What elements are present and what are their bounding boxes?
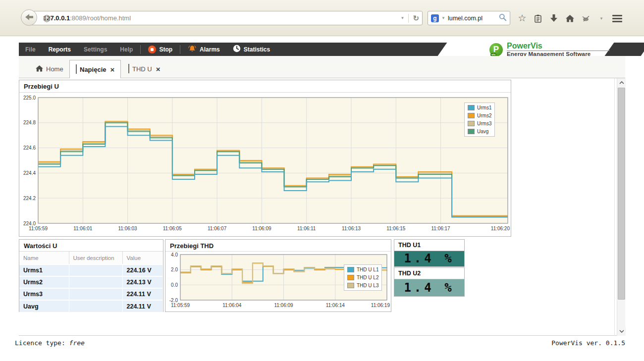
gauge-value: 1.4 %: [394, 279, 464, 296]
bookmarks-icon[interactable]: [530, 12, 546, 25]
legend-entry-uavg[interactable]: Uavg: [468, 129, 491, 134]
dropdown-caret-icon[interactable]: ▼: [593, 12, 609, 25]
menu-item-reports[interactable]: Reports: [42, 43, 77, 56]
licence-value: free: [69, 339, 85, 347]
menu-item-label: Stop: [159, 46, 172, 53]
back-button[interactable]: [21, 9, 37, 26]
thd-chart: -2.00.02.04.011:05:5911:06:0411:06:0911:…: [165, 252, 391, 311]
menu-item-statistics[interactable]: Statistics: [226, 43, 276, 56]
home-icon: [36, 65, 43, 73]
gauge-title: THD U2: [394, 268, 464, 279]
vertical-scrollbar[interactable]: [617, 78, 625, 336]
svg-text:11:06:07: 11:06:07: [208, 226, 227, 231]
table-row: Uavg224.11 V: [19, 300, 163, 312]
home-icon[interactable]: [562, 12, 578, 25]
cell-value: 224.11 V: [122, 288, 163, 300]
search-input[interactable]: lumel.com.pl: [448, 15, 496, 22]
cell-value: 224.13 V: [122, 276, 163, 288]
stop-icon: [148, 46, 156, 53]
legend-entry-urms2[interactable]: Urms2: [468, 113, 491, 118]
legend-swatch: [468, 113, 475, 118]
svg-text:11:06:15: 11:06:15: [386, 226, 406, 231]
divider: [614, 78, 615, 336]
legend-entry-urms3[interactable]: Urms3: [468, 121, 491, 126]
panel-przebiegi-u: Przebiegi U 224.0224.2224.4224.6224.8225…: [19, 80, 511, 237]
cell-value: 224.11 V: [122, 300, 163, 312]
legend-entry-thd-u-l2[interactable]: THD U L2: [347, 275, 378, 280]
svg-text:224.2: 224.2: [23, 196, 36, 201]
tab-label: Home: [46, 65, 63, 73]
legend-label: Uavg: [477, 129, 488, 134]
menu-item-label: File: [25, 46, 36, 53]
browser-toolbar: ☆▼: [514, 12, 625, 25]
legend-label: THD U L3: [357, 283, 378, 288]
svg-text:224.0: 224.0: [23, 221, 36, 226]
menu-item-help[interactable]: Help: [113, 43, 139, 56]
cell-name: Urms1: [19, 264, 69, 276]
legend-label: THD U L2: [357, 275, 378, 280]
licence-label: Licence type:: [15, 339, 65, 347]
svg-text:4.0: 4.0: [171, 252, 178, 258]
download-icon[interactable]: [546, 12, 562, 25]
search-bar[interactable]: g ▼ lumel.com.pl: [428, 11, 510, 25]
legend-swatch: [347, 283, 354, 288]
table-row: Urms2224.13 V: [19, 276, 163, 288]
powervis-logo-icon: Pvis: [489, 43, 503, 56]
svg-text:11:06:05: 11:06:05: [163, 226, 182, 231]
thd-chart-legend: THD U L1THD U L2THD U L3: [344, 264, 382, 291]
reload-icon[interactable]: ↻: [413, 14, 419, 23]
legend-entry-thd-u-l1[interactable]: THD U L1: [347, 267, 378, 272]
app-menubar: FileReportsSettingsHelpStopAlarmsStatist…: [19, 43, 627, 56]
menu-item-stop[interactable]: Stop: [142, 43, 179, 56]
legend-label: THD U L1: [357, 267, 378, 272]
svg-text:11:06:09: 11:06:09: [274, 303, 293, 308]
panel-wartosci-u: Wartości U NameUser descriptionValue Urm…: [19, 239, 163, 312]
menu-item-label: Help: [120, 46, 133, 53]
scroll-down-icon[interactable]: [617, 327, 626, 336]
addon-icon[interactable]: [578, 12, 593, 25]
panel-title: Przebiegi THD: [165, 240, 391, 252]
cell-description: [69, 288, 122, 300]
svg-text:11:06:04: 11:06:04: [222, 303, 242, 308]
tab-napi-cie[interactable]: Napięcie×: [69, 60, 121, 79]
gauge-value: 1.4 %: [394, 251, 464, 266]
search-icon[interactable]: [499, 13, 507, 23]
scroll-up-icon[interactable]: [617, 78, 626, 87]
svg-text:11:05:59: 11:05:59: [171, 303, 190, 308]
svg-text:11:06:11: 11:06:11: [297, 226, 316, 231]
scrollbar-thumb[interactable]: [618, 88, 625, 300]
panel-title: Przebiegi U: [19, 80, 511, 93]
column-header-name: Name: [19, 252, 69, 264]
tab-home[interactable]: Home: [30, 60, 69, 78]
search-engine-caret-icon[interactable]: ▼: [441, 16, 445, 20]
legend-entry-thd-u-l3[interactable]: THD U L3: [347, 283, 378, 288]
window-icon: [76, 66, 77, 73]
menu-item-label: Settings: [84, 46, 107, 53]
tab-close-icon[interactable]: ×: [110, 67, 114, 73]
legend-label: Urms2: [477, 113, 491, 118]
menu-item-settings[interactable]: Settings: [77, 43, 113, 56]
url-bar[interactable]: 127.0.0.1:8089/root/home.html ▼ ↻: [30, 11, 423, 25]
brand: Pvis PowerVis Energy Management Software: [489, 42, 613, 57]
tab-label: THD U: [132, 65, 152, 73]
menu-item-file[interactable]: File: [19, 43, 42, 56]
clock-icon: [233, 45, 241, 54]
cell-name: Urms2: [19, 276, 69, 288]
menu-icon[interactable]: [609, 12, 625, 25]
tab-thd-u[interactable]: THD U×: [122, 60, 166, 78]
gauge-thd-u2: THD U2 1.4 %: [394, 267, 465, 297]
menu-item-alarms[interactable]: Alarms: [181, 43, 226, 56]
legend-swatch: [468, 129, 475, 134]
legend-entry-urms1[interactable]: Urms1: [468, 105, 491, 110]
svg-text:-2.0: -2.0: [169, 298, 178, 303]
star-icon[interactable]: ☆: [514, 12, 530, 25]
svg-text:11:06:19: 11:06:19: [371, 303, 390, 308]
google-icon: g: [431, 14, 439, 22]
svg-text:11:05:59: 11:05:59: [29, 226, 48, 231]
tab-close-icon[interactable]: ×: [156, 66, 161, 72]
legend-swatch: [468, 121, 475, 126]
svg-text:224.4: 224.4: [23, 170, 36, 176]
u-chart-legend: Urms1Urms2Urms3Uavg: [464, 103, 495, 137]
divider: [408, 14, 409, 23]
url-dropdown-caret-icon[interactable]: ▼: [401, 16, 405, 20]
